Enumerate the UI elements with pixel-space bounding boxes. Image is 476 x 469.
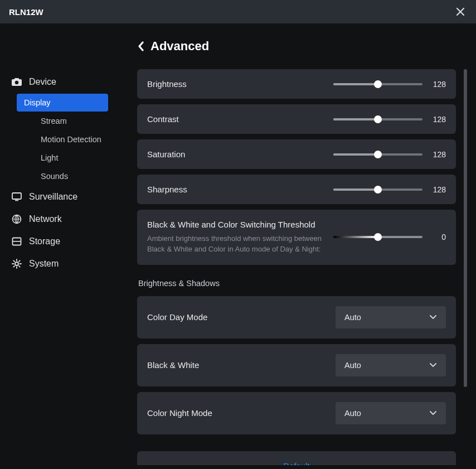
threshold-value: 0: [430, 233, 446, 241]
sharpness-slider[interactable]: [333, 188, 422, 191]
sidebar-item-storage[interactable]: Storage: [0, 230, 125, 253]
select-value: Auto: [344, 313, 361, 322]
black-white-select[interactable]: Auto: [336, 354, 446, 376]
window-title: RLN12W: [9, 7, 43, 17]
default-card: Default: [137, 451, 456, 465]
color-night-mode-card: Color Night Mode Auto: [137, 392, 456, 434]
brightness-label: Brightness: [147, 79, 275, 89]
brightness-value: 128: [430, 80, 446, 89]
sidebar-label: Network: [29, 214, 62, 224]
sharpness-label: Sharpness: [147, 185, 275, 194]
storage-icon: [11, 236, 22, 247]
sidebar-label: System: [29, 259, 59, 269]
default-button[interactable]: Default: [283, 461, 310, 465]
saturation-slider[interactable]: [333, 153, 422, 156]
monitor-icon: [11, 191, 22, 202]
chevron-down-icon: [429, 315, 437, 320]
window-header: RLN12W: [0, 0, 476, 23]
brightness-card: Brightness 128: [137, 69, 456, 99]
svg-point-8: [15, 262, 18, 265]
svg-point-2: [15, 81, 18, 84]
sharpness-card: Sharpness 128: [137, 175, 456, 204]
contrast-slider[interactable]: [333, 118, 422, 120]
chevron-down-icon: [429, 410, 437, 416]
black-white-card: Black & White Auto: [137, 344, 456, 386]
scrollbar[interactable]: [464, 69, 467, 465]
color-night-mode-label: Color Night Mode: [147, 408, 275, 418]
sidebar-item-system[interactable]: System: [0, 253, 125, 275]
black-white-label: Black & White: [147, 360, 275, 370]
back-button[interactable]: [137, 41, 145, 52]
select-value: Auto: [344, 409, 361, 418]
sidebar-label: Device: [29, 77, 56, 87]
globe-icon: [11, 214, 22, 225]
color-day-mode-select[interactable]: Auto: [336, 306, 446, 328]
camera-icon: [11, 76, 22, 88]
saturation-label: Saturation: [147, 149, 275, 159]
sidebar-item-display[interactable]: Display: [17, 94, 108, 112]
svg-rect-7: [13, 241, 21, 242]
brightness-slider[interactable]: [333, 83, 422, 85]
color-day-mode-card: Color Day Mode Auto: [137, 296, 456, 339]
select-value: Auto: [344, 361, 361, 370]
color-night-mode-select[interactable]: Auto: [336, 402, 446, 424]
gear-icon: [11, 258, 22, 269]
svg-rect-3: [12, 193, 21, 199]
sidebar-item-light[interactable]: Light: [17, 149, 108, 167]
threshold-card: Black & White and Color Switching Thresh…: [137, 210, 456, 265]
svg-rect-4: [15, 200, 18, 201]
sidebar-item-surveillance[interactable]: Surveillance: [0, 186, 125, 208]
sidebar-item-stream[interactable]: Stream: [17, 112, 108, 130]
saturation-card: Saturation 128: [137, 139, 456, 169]
close-icon: [455, 7, 465, 17]
section-brightness-shadows: Brightness & Shadows: [137, 279, 456, 288]
svg-rect-1: [14, 78, 19, 80]
chevron-left-icon: [137, 41, 145, 52]
color-day-mode-label: Color Day Mode: [147, 312, 275, 322]
sidebar-label: Storage: [29, 236, 60, 246]
contrast-value: 128: [430, 115, 446, 124]
main-panel: Advanced Brightness 128 C: [125, 23, 476, 469]
contrast-card: Contrast 128: [137, 104, 456, 134]
sidebar-label: Surveillance: [29, 192, 77, 202]
threshold-slider[interactable]: [333, 236, 422, 238]
threshold-desc: Ambient brightness threshold when switch…: [147, 234, 322, 255]
saturation-value: 128: [430, 150, 446, 159]
sidebar-item-network[interactable]: Network: [0, 208, 125, 230]
close-button[interactable]: [454, 5, 467, 18]
page-title: Advanced: [150, 39, 209, 54]
sidebar-item-motion-detection[interactable]: Motion Detection: [17, 130, 108, 148]
sidebar-item-sounds[interactable]: Sounds: [17, 167, 108, 185]
sharpness-value: 128: [430, 185, 446, 194]
threshold-label: Black & White and Color Switching Thresh…: [147, 220, 322, 229]
scrollbar-thumb[interactable]: [464, 69, 467, 387]
contrast-label: Contrast: [147, 114, 275, 124]
sidebar: Device Display Stream Motion Detection L…: [0, 23, 125, 469]
chevron-down-icon: [429, 362, 437, 368]
sidebar-item-device[interactable]: Device: [0, 71, 125, 93]
